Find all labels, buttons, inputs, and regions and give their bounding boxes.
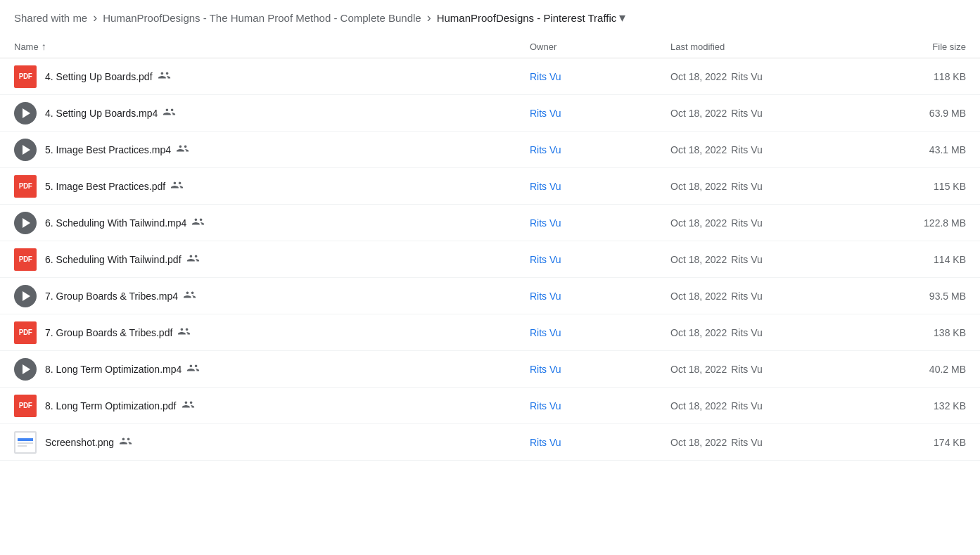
chevron-down-icon[interactable]: ▾ [619,10,625,25]
file-modified: Oct 18, 2022 Rits Vu [670,291,882,302]
shared-icon [177,143,189,156]
table-row[interactable]: PDF 5. Image Best Practices.pdf Rits Vu … [0,168,980,205]
breadcrumb-current: HumanProofDesigns - Pinterest Traffic ▾ [437,10,626,25]
file-name-cell: PDF 6. Scheduling With Tailwind.pdf [14,248,530,271]
shared-icon [158,70,171,83]
file-owner: Rits Vu [530,291,670,302]
breadcrumb-shared-with-me[interactable]: Shared with me [14,12,87,24]
table-row[interactable]: PDF 6. Scheduling With Tailwind.pdf Rits… [0,241,980,278]
file-size: 115 KB [882,181,966,192]
pdf-icon: PDF [14,65,37,88]
file-name: 5. Image Best Practices.mp4 [45,143,189,156]
breadcrumb-separator-1: › [93,11,97,25]
file-name-cell: 6. Scheduling With Tailwind.mp4 [14,212,530,234]
file-name-cell: PDF 8. Long Term Optimization.pdf [14,395,530,417]
modified-date: Oct 18, 2022 [670,400,727,412]
table-row[interactable]: PDF 8. Long Term Optimization.pdf Rits V… [0,388,980,424]
file-name: 4. Setting Up Boards.pdf [45,70,171,83]
column-name[interactable]: Name ↑ [14,41,530,52]
table-row[interactable]: 7. Group Boards & Tribes.mp4 Rits Vu Oct… [0,278,980,314]
file-modified: Oct 18, 2022 Rits Vu [670,144,882,155]
table-row[interactable]: 4. Setting Up Boards.mp4 Rits Vu Oct 18,… [0,95,980,132]
file-size: 40.2 MB [882,364,966,375]
file-name: 7. Group Boards & Tribes.mp4 [45,290,196,302]
file-modified: Oct 18, 2022 Rits Vu [670,327,882,338]
file-owner: Rits Vu [530,181,670,192]
table-row[interactable]: PDF 4. Setting Up Boards.pdf Rits Vu Oct… [0,58,980,95]
file-size: 138 KB [882,327,966,338]
file-owner: Rits Vu [530,217,670,229]
shared-icon [178,326,191,339]
shared-icon [120,436,132,449]
shared-icon [187,253,200,266]
modified-date: Oct 18, 2022 [670,327,727,338]
pdf-icon: PDF [14,395,37,417]
modified-date: Oct 18, 2022 [670,144,727,155]
modified-by: Rits Vu [731,291,763,302]
file-modified: Oct 18, 2022 Rits Vu [670,217,882,229]
file-owner: Rits Vu [530,108,670,119]
shared-icon [192,217,205,229]
file-list: PDF 4. Setting Up Boards.pdf Rits Vu Oct… [0,58,980,461]
pdf-icon: PDF [14,175,37,198]
modified-date: Oct 18, 2022 [670,291,727,302]
shared-icon [171,180,184,193]
pdf-icon: PDF [14,248,37,271]
file-size: 43.1 MB [882,144,966,155]
file-name-cell: 4. Setting Up Boards.mp4 [14,102,530,125]
breadcrumb-bundle[interactable]: HumanProofDesigns - The Human Proof Meth… [103,12,421,24]
video-play-icon [14,212,37,234]
file-name: Screenshot.png [45,436,132,449]
table-row[interactable]: PDF 7. Group Boards & Tribes.pdf Rits Vu… [0,314,980,351]
file-size: 93.5 MB [882,291,966,302]
pdf-icon: PDF [14,321,37,344]
file-name-cell: 8. Long Term Optimization.mp4 [14,358,530,381]
video-play-icon [14,358,37,381]
modified-by: Rits Vu [731,437,763,448]
table-row[interactable]: 8. Long Term Optimization.mp4 Rits Vu Oc… [0,351,980,388]
file-name-cell: PDF 7. Group Boards & Tribes.pdf [14,321,530,344]
breadcrumb: Shared with me › HumanProofDesigns - The… [0,0,980,35]
shared-icon [163,107,176,120]
file-size: 122.8 MB [882,217,966,229]
file-owner: Rits Vu [530,254,670,265]
file-name-cell: Screenshot.png [14,431,530,454]
modified-by: Rits Vu [731,71,763,82]
file-modified: Oct 18, 2022 Rits Vu [670,254,882,265]
file-name-cell: PDF 4. Setting Up Boards.pdf [14,65,530,88]
file-modified: Oct 18, 2022 Rits Vu [670,181,882,192]
file-name: 7. Group Boards & Tribes.pdf [45,326,191,339]
shared-icon [182,400,195,412]
modified-date: Oct 18, 2022 [670,108,727,119]
modified-date: Oct 18, 2022 [670,71,727,82]
modified-by: Rits Vu [731,400,763,412]
modified-by: Rits Vu [731,217,763,229]
table-row[interactable]: Screenshot.png Rits Vu Oct 18, 2022 Rits… [0,424,980,461]
column-last-modified[interactable]: Last modified [670,41,882,52]
table-row[interactable]: 5. Image Best Practices.mp4 Rits Vu Oct … [0,132,980,168]
table-header: Name ↑ Owner Last modified File size [0,35,980,58]
modified-by: Rits Vu [731,364,763,375]
file-owner: Rits Vu [530,71,670,82]
file-modified: Oct 18, 2022 Rits Vu [670,108,882,119]
modified-by: Rits Vu [731,181,763,192]
file-name: 8. Long Term Optimization.pdf [45,400,195,412]
column-file-size-label: File size [932,42,966,52]
shared-icon [184,290,196,302]
file-name: 6. Scheduling With Tailwind.pdf [45,253,200,266]
file-owner: Rits Vu [530,437,670,448]
table-row[interactable]: 6. Scheduling With Tailwind.mp4 Rits Vu … [0,205,980,241]
file-name: 8. Long Term Optimization.mp4 [45,363,200,376]
file-owner: Rits Vu [530,327,670,338]
file-modified: Oct 18, 2022 Rits Vu [670,400,882,412]
modified-date: Oct 18, 2022 [670,364,727,375]
column-file-size: File size [882,41,966,52]
video-play-icon [14,102,37,125]
file-owner: Rits Vu [530,364,670,375]
file-size: 114 KB [882,254,966,265]
file-owner: Rits Vu [530,400,670,412]
file-size: 132 KB [882,400,966,412]
file-modified: Oct 18, 2022 Rits Vu [670,71,882,82]
image-icon [14,431,37,454]
modified-date: Oct 18, 2022 [670,437,727,448]
